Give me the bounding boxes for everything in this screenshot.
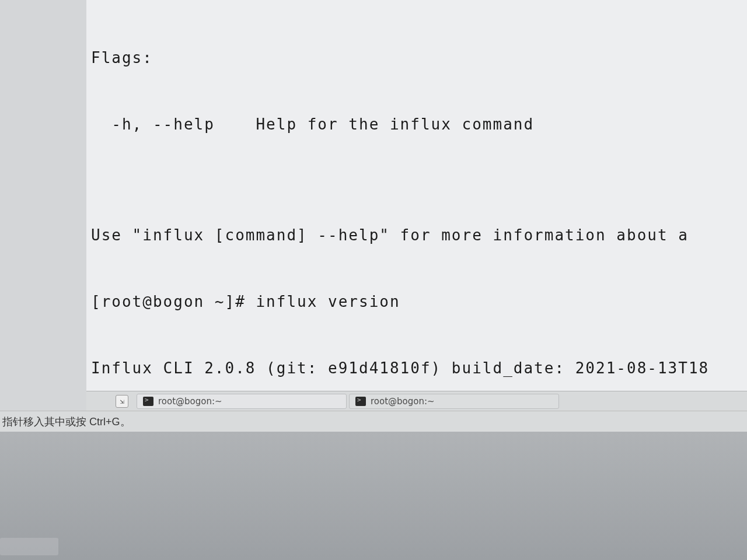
terminal-line: -h, --help Help for the influx command	[91, 113, 742, 135]
vm-status-text: 指针移入其中或按 Ctrl+G。	[2, 415, 131, 429]
vm-status-bar: 指针移入其中或按 Ctrl+G。	[0, 411, 747, 432]
terminal-line: Flags:	[91, 47, 742, 69]
taskbar-item-terminal-2[interactable]: root@bogon:~	[349, 394, 559, 409]
terminal-icon	[355, 397, 366, 406]
terminal-line: Influx CLI 2.0.8 (git: e91d41810f) build…	[91, 357, 742, 379]
terminal-output[interactable]: Flags: -h, --help Help for the influx co…	[86, 0, 747, 391]
terminal-line: [root@bogon ~]# influx version	[91, 290, 742, 313]
host-desktop-background	[0, 432, 747, 560]
taskbar-item-label: root@bogon:~	[371, 396, 435, 407]
taskbar-item-terminal-1[interactable]: root@bogon:~	[137, 394, 347, 409]
terminal-icon	[143, 397, 153, 406]
taskbar-item-label: root@bogon:~	[158, 396, 222, 407]
workspace-switcher-icon[interactable]: ⇲	[116, 395, 128, 408]
guest-taskbar: ⇲ root@bogon:~ root@bogon:~	[86, 391, 747, 411]
terminal-line: Use "influx [command] --help" for more i…	[91, 224, 742, 246]
host-taskbar-fragment	[0, 538, 58, 555]
